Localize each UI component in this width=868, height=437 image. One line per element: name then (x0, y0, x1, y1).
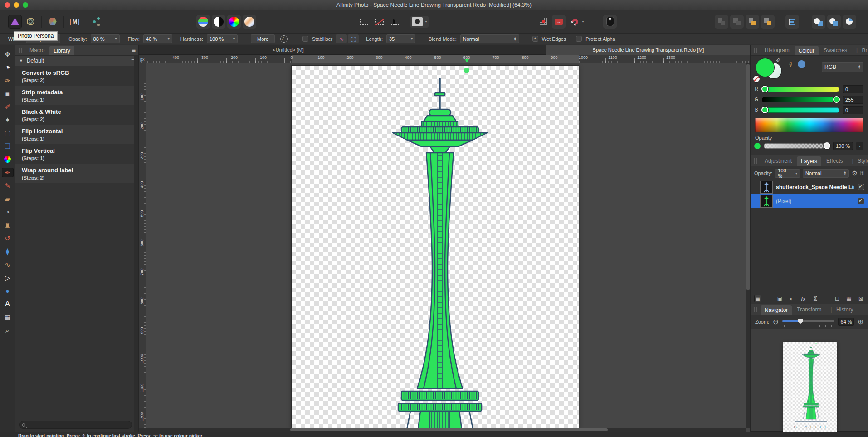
deselect-button[interactable] (373, 15, 386, 29)
zoom-in-icon[interactable]: ⊕ (858, 318, 863, 326)
dodge-tool[interactable]: ◔ (2, 207, 14, 217)
eyedropper-icon[interactable]: ✑ (786, 62, 795, 68)
panel-grip-icon[interactable] (754, 48, 757, 53)
mask-layer-icon[interactable]: ▣ (776, 295, 783, 302)
swap-colours-icon[interactable]: ⇄ (775, 56, 782, 63)
zoom-value[interactable]: 64 % (838, 318, 854, 326)
colour-picker-tool[interactable]: ✑ (2, 76, 14, 85)
tab-histogram[interactable]: Histogram (761, 46, 794, 55)
layer-visibility-checkbox[interactable] (858, 198, 864, 204)
green-value[interactable]: 255 (843, 96, 863, 104)
ruler-unit-label[interactable]: px (139, 55, 146, 63)
tab-swatches[interactable]: Swatches (819, 46, 851, 55)
navigator-preview[interactable] (751, 329, 868, 431)
gradient-tool[interactable] (2, 155, 14, 164)
paint-brush-tool[interactable]: ✒ (2, 168, 14, 177)
panel-grip-icon[interactable] (754, 307, 757, 312)
back-one-button[interactable] (730, 15, 744, 29)
panel-grip-icon[interactable] (754, 158, 757, 164)
tab-macro[interactable]: Macro (25, 46, 49, 55)
tab-colour[interactable]: Colour (795, 46, 819, 55)
colour-replacement-tool[interactable]: ✎ (2, 181, 14, 190)
length-combo[interactable]: 35▾ (386, 34, 415, 43)
macro-scrollbar[interactable] (134, 56, 138, 432)
flood-select-tool[interactable]: ✦ (2, 115, 14, 125)
canvas-document[interactable] (292, 66, 579, 428)
alignment-button[interactable] (785, 15, 799, 29)
erase-tool[interactable]: ▰ (2, 194, 14, 204)
geometry-add-button[interactable] (812, 15, 825, 29)
group-layers-icon[interactable]: ⊟ (834, 295, 841, 302)
colour-model-combo[interactable]: RGB (822, 62, 863, 72)
horizontal-ruler[interactable]: -400 -300 -200 -100 0 100 200 300 400 50… (139, 55, 750, 63)
macro-item[interactable]: Strip metadata (Steps: 1) (15, 86, 138, 105)
opacity-combo[interactable]: 88 %▾ (91, 34, 120, 43)
hsl-adjustment-button[interactable] (227, 15, 241, 29)
flow-combo[interactable]: 40 %▾ (143, 34, 172, 43)
blue-slider[interactable] (762, 107, 839, 113)
navigator-thumbnail[interactable] (783, 342, 837, 437)
forward-one-button[interactable] (746, 15, 759, 29)
geometry-subtract-button[interactable] (827, 15, 841, 29)
window-stabiliser-button[interactable]: ◯ (348, 34, 359, 43)
panel-grip-icon[interactable] (19, 48, 22, 53)
develop-persona-button[interactable] (46, 15, 59, 29)
blue-slider-thumb[interactable] (761, 107, 768, 113)
layer-row-selected[interactable]: (Pixel) (751, 194, 868, 208)
delete-layer-icon[interactable]: ⊠ (857, 295, 864, 302)
move-tool[interactable]: ➤ (0, 60, 15, 75)
opacity-dropdown-button[interactable]: ▾ (856, 142, 863, 150)
tab-brushes[interactable]: Brushes (852, 46, 868, 55)
layer-row[interactable]: shutterstock_Space Needle Line (751, 180, 868, 194)
horizontal-scrollbar[interactable] (139, 428, 746, 432)
invert-selection-button[interactable] (388, 15, 402, 29)
liquify-persona-button[interactable] (24, 15, 37, 29)
view-tool[interactable]: ✥ (2, 49, 14, 59)
macro-item[interactable]: Wrap around label (Steps: 2) (15, 164, 138, 183)
spectrum-picker[interactable] (755, 118, 863, 132)
pixel-selection-button[interactable]: → (552, 15, 566, 29)
tab-navigator[interactable]: Navigator (761, 305, 792, 315)
layer-effects-icon[interactable]: fx (800, 295, 807, 302)
picked-colour-swatch[interactable] (798, 60, 805, 68)
show-grid-button[interactable] (536, 15, 550, 29)
crop-tool[interactable]: ▣ (2, 89, 14, 98)
layers-stack-icon[interactable]: ≣ (754, 295, 761, 302)
tab-adjustment[interactable]: Adjustment (761, 156, 796, 165)
macro-search-input[interactable] (19, 421, 132, 429)
levels-adjustment-button[interactable] (196, 15, 210, 29)
layer-blend-combo[interactable]: Normal (803, 169, 849, 178)
hardness-combo[interactable]: 100 %▾ (207, 34, 238, 43)
layer-lock-icon[interactable]: ⚿ (860, 170, 864, 176)
red-slider-thumb[interactable] (761, 86, 768, 92)
black-white-adjustment-button[interactable] (212, 15, 225, 29)
document-tab-untitled[interactable]: <Untitled> [M] (139, 45, 438, 55)
tab-history[interactable]: History (827, 305, 858, 314)
mesh-warp-tool[interactable]: ▦ (2, 312, 14, 322)
more-button[interactable]: More (251, 34, 275, 43)
edit-brush-button[interactable] (278, 34, 289, 43)
tab-effects[interactable]: Effects (822, 156, 847, 165)
blend-mode-combo[interactable]: Normal (460, 34, 519, 43)
canvas-viewport[interactable]: 100 200 300 400 500 600 700 800 900 1000… (139, 63, 746, 428)
snapping-button[interactable]: ▾ (568, 15, 588, 29)
selection-brush-tool[interactable]: ✐ (2, 102, 14, 112)
tab-info[interactable]: Info (858, 305, 868, 314)
zoom-out-icon[interactable]: ⊖ (773, 318, 779, 326)
colour-opacity-value[interactable]: 100 % (833, 142, 853, 150)
macro-group-header[interactable]: ▼ Default ≡ (15, 56, 138, 66)
clone-stamp-tool[interactable]: ♜ (2, 220, 14, 230)
assistant-button[interactable] (603, 15, 617, 29)
live-filter-icon[interactable]: ⋈ (811, 295, 819, 302)
flood-fill-tool[interactable]: ❒ (2, 141, 14, 151)
node-tool[interactable]: ▷ (2, 273, 14, 282)
green-slider[interactable] (762, 97, 839, 102)
zoom-slider-thumb[interactable] (798, 319, 803, 324)
move-to-back-button[interactable] (715, 15, 728, 29)
move-to-front-button[interactable] (761, 15, 775, 29)
colour-opacity-slider[interactable] (764, 143, 830, 149)
stabiliser-checkbox[interactable] (302, 36, 308, 42)
red-value[interactable]: 0 (843, 85, 863, 93)
macro-item[interactable]: Flip Horizontal (Steps: 1) (15, 125, 138, 144)
marquee-tool[interactable]: ▢ (2, 128, 14, 138)
